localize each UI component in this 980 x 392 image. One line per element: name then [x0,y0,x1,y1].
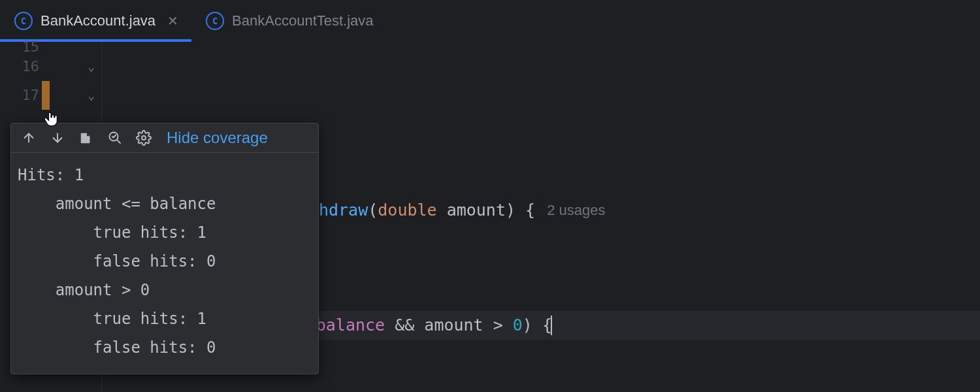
coverage-popup-toolbar: Hide coverage [11,123,318,153]
tab-label: BankAccountTest.java [232,12,373,29]
tab-bankaccounttest[interactable]: C BankAccountTest.java [191,0,386,42]
false-hits: false hits: 0 [93,338,216,357]
prev-coverage-icon[interactable] [20,129,37,146]
line-number: 16 [0,52,39,81]
coverage-condition: amount <= balance [56,195,216,213]
false-hits: false hits: 0 [93,252,216,270]
show-tests-icon[interactable] [106,129,123,146]
svg-point-1 [142,136,146,140]
true-hits: true hits: 1 [93,310,206,328]
tab-bar: C BankAccount.java ✕ C BankAccountTest.j… [0,0,980,42]
usages-hint[interactable]: 2 usages [547,196,605,225]
class-file-icon: C [206,12,224,30]
fold-toggle-icon[interactable]: ⌄ [88,52,95,81]
true-hits: true hits: 1 [93,223,206,242]
fold-toggle-icon[interactable]: ⌄ [88,81,95,110]
class-file-icon: C [14,12,33,30]
hide-coverage-link[interactable]: Hide coverage [167,129,268,147]
next-coverage-icon[interactable] [49,129,66,146]
line-number: 17 [0,81,39,110]
coverage-condition: amount > 0 [56,281,150,299]
bytecode-icon[interactable] [78,129,95,146]
hits-line: Hits: 1 [18,166,84,184]
tab-label: BankAccount.java [41,12,155,29]
coverage-stripe[interactable] [42,81,50,110]
coverage-popup-body: Hits: 1 amount <= balance true hits: 1 f… [11,153,318,374]
coverage-popup: Hide coverage Hits: 1 amount <= balance … [10,123,319,374]
close-icon[interactable]: ✕ [167,13,178,29]
text-cursor [551,316,552,335]
settings-icon[interactable] [135,129,152,146]
